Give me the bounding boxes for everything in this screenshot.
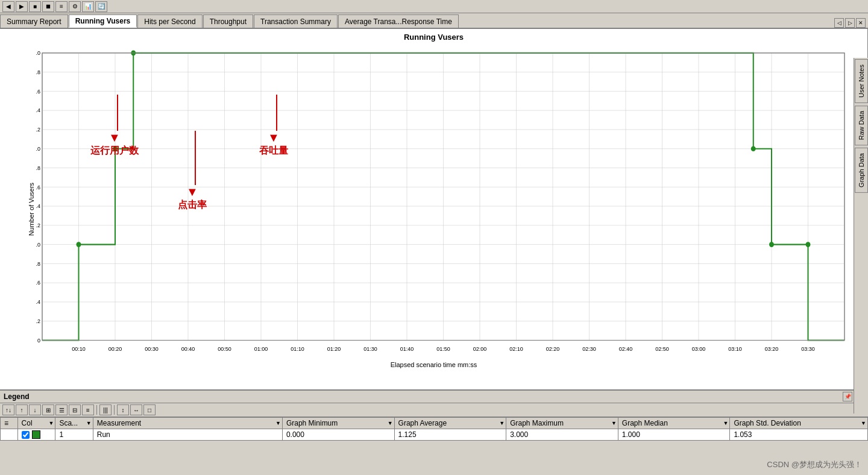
row-checkbox[interactable] xyxy=(22,431,30,439)
svg-text:02:40: 02:40 xyxy=(619,346,633,352)
legend-pin-btn[interactable]: 📌 xyxy=(843,392,852,401)
toolbar-btn-2[interactable]: ▶ xyxy=(16,1,28,12)
svg-text:03:00: 03:00 xyxy=(692,346,706,352)
chart-container: Running Vusers Number of Vusers 00.20.40… xyxy=(0,29,868,389)
svg-text:01:30: 01:30 xyxy=(363,346,377,352)
chart-svg: 00.20.40.60.81.01.21.41.61.82.02.22.42.6… xyxy=(36,46,851,360)
svg-text:0: 0 xyxy=(37,337,40,343)
tab-close[interactable]: ✕ xyxy=(856,18,866,28)
row-col-cell xyxy=(17,429,55,441)
toolbar-btn-8[interactable]: 🔄 xyxy=(95,1,107,12)
th-scale[interactable]: Sca... ▼ xyxy=(55,418,93,429)
legend-tool-11[interactable]: □ xyxy=(143,404,156,415)
svg-text:01:10: 01:10 xyxy=(291,346,304,352)
legend-tool-4[interactable]: ⊞ xyxy=(42,404,54,415)
svg-text:1.4: 1.4 xyxy=(36,203,40,209)
toolbar-btn-1[interactable]: ◀ xyxy=(2,1,14,12)
th-graph-max[interactable]: Graph Maximum ▼ xyxy=(506,418,618,429)
svg-text:0.8: 0.8 xyxy=(36,260,40,266)
table-row: 1 Run 0.000 1.125 3.000 1.000 1.053 xyxy=(1,429,868,441)
right-tab-raw-data[interactable]: Raw Data xyxy=(855,105,868,145)
svg-text:0.4: 0.4 xyxy=(36,299,40,305)
chart-title: Running Vusers xyxy=(0,29,867,43)
tab-running-vusers[interactable]: Running Vusers xyxy=(69,14,137,28)
svg-text:01:40: 01:40 xyxy=(400,346,414,352)
y-axis-label: Number of Vusers xyxy=(28,183,35,236)
tab-avg-response-time[interactable]: Average Transa...Response Time xyxy=(338,14,459,28)
legend-title: Legend xyxy=(4,392,30,401)
th-graph-median[interactable]: Graph Median ▼ xyxy=(618,418,730,429)
svg-point-76 xyxy=(77,242,81,247)
row-graph-median-cell: 1.000 xyxy=(618,429,730,441)
main-content: Running Vusers Number of Vusers 00.20.40… xyxy=(0,29,868,389)
svg-text:01:50: 01:50 xyxy=(436,346,450,352)
legend-tool-6[interactable]: ⊟ xyxy=(69,404,81,415)
svg-text:2.6: 2.6 xyxy=(36,88,40,94)
toolbar-btn-6[interactable]: ⚙ xyxy=(69,1,81,12)
legend-tool-10[interactable]: ↔ xyxy=(130,404,142,415)
right-panel: User Notes Raw Data Graph Data xyxy=(854,58,868,414)
right-tab-user-notes[interactable]: User Notes xyxy=(855,59,868,103)
tab-summary-report[interactable]: Summary Report xyxy=(0,14,68,28)
svg-text:3.0: 3.0 xyxy=(36,50,40,56)
tab-hits-per-second[interactable]: Hits per Second xyxy=(137,14,202,28)
watermark: CSDN @梦想成为光头强！ xyxy=(767,459,862,470)
legend-tool-1[interactable]: ↑↓ xyxy=(2,404,14,415)
legend-tool-5[interactable]: ☰ xyxy=(55,404,68,415)
th-col[interactable]: Col ▼ xyxy=(17,418,55,429)
svg-point-80 xyxy=(769,242,774,247)
svg-text:2.2: 2.2 xyxy=(36,127,40,133)
row-graph-std-cell: 1.053 xyxy=(730,429,868,441)
legend-tool-3[interactable]: ↓ xyxy=(29,404,41,415)
row-icon-cell xyxy=(1,429,18,441)
legend-tool-9[interactable]: ↕ xyxy=(117,404,129,415)
svg-text:1.0: 1.0 xyxy=(36,242,40,248)
th-measurement[interactable]: Measurement ▼ xyxy=(93,418,282,429)
legend-tool-2[interactable]: ↑ xyxy=(16,404,28,415)
tab-nav-right[interactable]: ▷ xyxy=(845,18,855,28)
row-graph-max-cell: 3.000 xyxy=(506,429,618,441)
toolbar-btn-7[interactable]: 📊 xyxy=(82,1,94,12)
th-graph-avg[interactable]: Graph Average ▼ xyxy=(394,418,506,429)
tab-throughput[interactable]: Throughput xyxy=(203,14,253,28)
legend-toolbar: ↑↓ ↑ ↓ ⊞ ☰ ⊟ ≡ ||| ↕ ↔ □ xyxy=(0,403,868,417)
th-icon: ≡ xyxy=(1,418,18,429)
svg-text:1.6: 1.6 xyxy=(36,184,40,190)
svg-text:0.2: 0.2 xyxy=(36,318,40,324)
x-axis-label: Elapsed scenario time mm:ss xyxy=(0,361,867,368)
svg-text:00:30: 00:30 xyxy=(145,346,159,352)
th-graph-min[interactable]: Graph Minimum ▼ xyxy=(282,418,394,429)
right-tab-graph-data[interactable]: Graph Data xyxy=(855,148,868,193)
legend-tool-8[interactable]: ||| xyxy=(99,404,112,415)
svg-text:1.2: 1.2 xyxy=(36,222,40,228)
row-graph-avg-cell: 1.125 xyxy=(394,429,506,441)
row-measurement-cell: Run xyxy=(93,429,282,441)
svg-text:02:30: 02:30 xyxy=(582,346,596,352)
legend-header: Legend 📌 ✕ xyxy=(0,391,868,403)
svg-text:1.8: 1.8 xyxy=(36,165,40,171)
svg-text:03:10: 03:10 xyxy=(728,346,742,352)
legend-table: ≡ Col ▼ Sca... ▼ Measurement ▼ Graph Min… xyxy=(0,417,868,441)
tabs-bar: Summary Report Running Vusers Hits per S… xyxy=(0,13,868,29)
th-graph-std[interactable]: Graph Std. Deviation ▼ xyxy=(730,418,868,429)
svg-text:00:50: 00:50 xyxy=(218,346,231,352)
svg-point-77 xyxy=(113,146,118,151)
svg-text:01:20: 01:20 xyxy=(327,346,341,352)
toolbar-btn-5[interactable]: ≡ xyxy=(55,1,68,12)
legend-tool-7[interactable]: ≡ xyxy=(82,404,94,415)
svg-text:00:10: 00:10 xyxy=(72,346,86,352)
svg-text:00:20: 00:20 xyxy=(108,346,122,352)
tabs-nav: ◁ ▷ ✕ xyxy=(834,18,868,28)
toolbar-btn-4[interactable]: ⏹ xyxy=(42,1,54,12)
toolbar-btn-3[interactable]: ■ xyxy=(29,1,41,12)
tab-nav-left[interactable]: ◁ xyxy=(834,18,844,28)
svg-text:02:00: 02:00 xyxy=(473,346,487,352)
row-scale-cell: 1 xyxy=(55,429,93,441)
table-icon: ≡ xyxy=(4,419,8,427)
svg-text:2.0: 2.0 xyxy=(36,146,40,152)
svg-text:00:40: 00:40 xyxy=(181,346,195,352)
row-color-indicator xyxy=(32,430,40,439)
tab-transaction-summary[interactable]: Transaction Summary xyxy=(254,14,338,28)
svg-text:03:30: 03:30 xyxy=(801,346,815,352)
svg-point-79 xyxy=(751,146,756,151)
